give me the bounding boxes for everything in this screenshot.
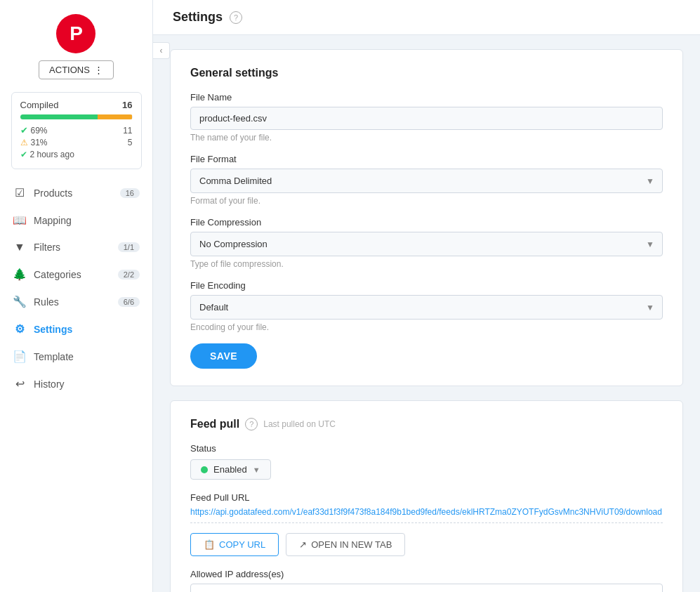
file-compression-hint: Type of file compression. [190,259,663,269]
categories-badge: 2/2 [118,270,140,279]
last-pulled-label: Last pulled on UTC [263,419,336,429]
general-settings-card: General settings File Name The name of y… [170,49,683,386]
open-tab-label: OPEN IN NEW TAB [311,539,392,550]
file-name-input[interactable] [190,107,663,130]
allowed-ip-label: Allowed IP address(es) [190,569,663,579]
copy-url-button[interactable]: 📋 COPY URL [190,533,279,556]
feed-pull-header: Feed pull ? Last pulled on UTC [190,418,663,430]
sidebar-item-rules[interactable]: 🔧 Rules 6/6 [0,288,152,315]
progress-bar-yellow [98,114,133,119]
file-name-hint: The name of your file. [190,133,663,143]
rules-icon: 🔧 [13,295,27,308]
status-dot-icon [201,466,208,473]
logo-area: P ACTIONS ⋮ [39,14,114,79]
page-title: Settings [173,10,223,25]
time-label: 2 hours ago [30,150,74,159]
file-encoding-label: File Encoding [190,280,663,291]
file-format-select-wrapper: Comma Delimited Tab Delimited Pipe Delim… [190,169,663,193]
yellow-pct: 31% [31,138,48,147]
template-icon: 📄 [13,350,27,363]
progress-bar-green [20,114,98,119]
stat-row-time: ✔ 2 hours ago [20,150,133,159]
feed-pull-card: Feed pull ? Last pulled on UTC Status En… [170,400,683,592]
green-pct: 69% [31,126,48,136]
rules-badge: 6/6 [118,297,140,307]
file-name-group: File Name The name of your file. [190,92,663,143]
sidebar: P ACTIONS ⋮ Compiled 16 ✔ 69% 11 ⚠ 31% [0,0,153,592]
file-format-select[interactable]: Comma Delimited Tab Delimited Pipe Delim… [190,169,663,193]
url-actions: 📋 COPY URL ↗ OPEN IN NEW TAB [190,533,663,556]
file-compression-group: File Compression No Compression GZip Zip… [190,217,663,269]
external-link-icon: ↗ [299,539,307,550]
filters-label: Filters [34,242,60,253]
stats-header: Compiled 16 [20,100,133,110]
products-badge: 16 [120,188,140,198]
allowed-ip-input[interactable] [190,584,663,592]
open-new-tab-button[interactable]: ↗ OPEN IN NEW TAB [286,533,405,556]
file-compression-label: File Compression [190,217,663,228]
sidebar-item-history[interactable]: ↩ History [0,370,152,397]
history-label: History [34,379,65,390]
status-label: Status [190,443,663,454]
nav-section: ☑ Products 16 📖 Mapping ▼ Filters 1/1 🌲 … [0,179,152,397]
sidebar-item-products[interactable]: ☑ Products 16 [0,179,152,206]
settings-label: Settings [34,324,72,335]
general-settings-title: General settings [190,67,663,79]
file-compression-select-wrapper: No Compression GZip Zip ▼ [190,232,663,256]
stat-row-green: ✔ 69% 11 [20,125,133,136]
products-icon: ☑ [13,186,27,199]
filters-badge: 1/1 [118,242,140,252]
stats-box: Compiled 16 ✔ 69% 11 ⚠ 31% 5 ✔ 2 hours a… [11,92,142,169]
actions-menu-icon: ⋮ [94,65,103,75]
status-dropdown-arrow-icon: ▼ [253,466,260,474]
categories-label: Categories [34,269,81,280]
feed-pull-help-icon[interactable]: ? [245,418,258,430]
time-check-icon: ✔ [20,150,27,159]
actions-button[interactable]: ACTIONS ⋮ [39,60,114,79]
sidebar-item-settings[interactable]: ⚙ Settings [0,315,152,343]
file-format-label: File Format [190,154,663,164]
compiled-count: 16 [122,100,132,110]
file-compression-select[interactable]: No Compression GZip Zip [190,232,663,256]
copy-icon: 📋 [204,539,215,550]
mapping-label: Mapping [34,215,72,226]
feed-pull-title: Feed pull [190,418,239,430]
yellow-count: 5 [128,138,133,147]
categories-icon: 🌲 [13,268,27,281]
collapse-sidebar-button[interactable]: ‹ [153,42,170,59]
settings-icon: ⚙ [13,322,27,336]
help-icon[interactable]: ? [230,11,242,24]
stat-row-yellow: ⚠ 31% 5 [20,138,133,147]
history-icon: ↩ [13,377,27,390]
check-icon: ✔ [20,125,28,136]
pinterest-logo-icon: P [56,14,95,53]
sidebar-item-mapping[interactable]: 📖 Mapping [0,206,152,234]
file-encoding-group: File Encoding Default UTF-8 ISO-8859-1 ▼… [190,280,663,332]
copy-url-label: COPY URL [219,539,265,550]
save-button[interactable]: SAVE [190,343,257,369]
content-area: General settings File Name The name of y… [153,35,700,592]
green-count: 11 [123,126,132,136]
actions-label: ACTIONS [49,65,90,75]
file-name-label: File Name [190,92,663,103]
template-label: Template [34,351,74,362]
file-format-hint: Format of your file. [190,196,663,206]
sidebar-item-filters[interactable]: ▼ Filters 1/1 [0,234,152,261]
file-encoding-select[interactable]: Default UTF-8 ISO-8859-1 [190,295,663,320]
feed-pull-url-label: Feed Pull URL [190,492,663,503]
status-value: Enabled [213,464,247,475]
sidebar-item-categories[interactable]: 🌲 Categories 2/2 [0,261,152,288]
sidebar-item-template[interactable]: 📄 Template [0,343,152,370]
rules-label: Rules [34,296,59,308]
file-format-group: File Format Comma Delimited Tab Delimite… [190,154,663,206]
file-encoding-select-wrapper: Default UTF-8 ISO-8859-1 ▼ [190,295,663,320]
page-header: Settings ? [153,0,700,35]
file-encoding-hint: Encoding of your file. [190,322,663,332]
progress-bar [20,114,133,119]
feed-pull-url-value: https://api.godatafeed.com/v1/eaf33d1f3f… [190,507,663,523]
status-dropdown[interactable]: Enabled ▼ [190,459,271,480]
mapping-icon: 📖 [13,213,27,227]
compiled-label: Compiled [20,100,59,110]
warning-icon: ⚠ [20,138,28,147]
products-label: Products [34,188,72,199]
